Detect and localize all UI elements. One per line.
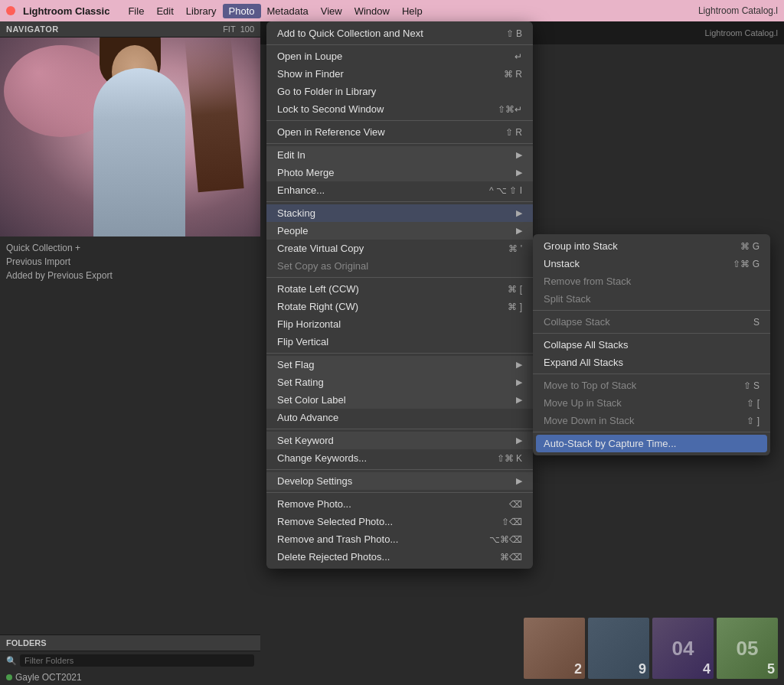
filmstrip-thumb-1[interactable]: 2: [524, 618, 585, 679]
menu-show-finder-label: Show in Finder: [277, 68, 344, 80]
separator-1: [266, 44, 533, 45]
menu-create-virtual-copy[interactable]: Create Virtual Copy ⌘ ': [266, 240, 533, 257]
menu-delete-rejected[interactable]: Delete Rejected Photos... ⌘⌫: [266, 548, 533, 566]
menu-set-keyword[interactable]: Set Keyword ▶: [266, 432, 533, 449]
left-panel: Navigator FIT 100 Quick Collection + Pre…: [0, 21, 260, 685]
menu-develop-settings-label: Develop Settings: [277, 475, 352, 487]
menu-add-quick-collection-label: Add to Quick Collection and Next: [277, 28, 423, 39]
filmstrip-thumb-2[interactable]: 9: [588, 618, 649, 679]
menu-open-reference[interactable]: Open in Reference View ⇧ R: [266, 123, 533, 141]
menu-window[interactable]: Window: [348, 4, 396, 18]
submenu-separator-1: [533, 310, 770, 311]
develop-settings-arrow-icon: ▶: [516, 476, 522, 486]
menu-auto-advance-label: Auto Advance: [277, 412, 338, 423]
menu-stacking[interactable]: Stacking ▶: [266, 204, 533, 222]
set-rating-arrow-icon: ▶: [516, 377, 522, 387]
menu-change-keywords[interactable]: Change Keywords... ⇧⌘ K: [266, 449, 533, 467]
photo-merge-arrow-icon: ▶: [516, 168, 522, 178]
menu-rotate-right-shortcut: ⌘ ]: [508, 302, 522, 312]
menu-remove-selected-shortcut: ⇧⌫: [501, 517, 522, 527]
menu-photo-merge-label: Photo Merge: [277, 167, 334, 178]
menu-open-loupe-shortcut: ↵: [514, 51, 522, 62]
menu-delete-rejected-shortcut: ⌘⌫: [500, 552, 522, 563]
submenu-separator-3: [533, 373, 770, 374]
quick-collection-item[interactable]: Quick Collection +: [6, 241, 254, 255]
menu-show-finder[interactable]: Show in Finder ⌘ R: [266, 65, 533, 83]
folder-color-dot: [6, 674, 12, 680]
search-icon: 🔍: [6, 656, 17, 666]
submenu-auto-stack-label: Auto-Stack by Capture Time...: [544, 438, 676, 449]
menu-rotate-left-shortcut: ⌘ [: [508, 284, 522, 295]
app-name: Lightroom Classic: [23, 5, 109, 17]
filmstrip-thumb-3[interactable]: 4 04: [652, 618, 714, 679]
previous-import-item[interactable]: Previous Import: [6, 255, 254, 269]
menu-view[interactable]: View: [315, 4, 348, 18]
submenu-group-into-stack[interactable]: Group into Stack ⌘ G: [533, 237, 770, 255]
menu-rotate-left[interactable]: Rotate Left (CCW) ⌘ [: [266, 280, 533, 298]
menu-auto-advance[interactable]: Auto Advance: [266, 409, 533, 426]
filmstrip-thumb-4[interactable]: 5 05: [717, 618, 778, 679]
people-arrow-icon: ▶: [516, 226, 522, 236]
submenu-auto-stack[interactable]: Auto-Stack by Capture Time...: [536, 435, 767, 452]
menu-set-copy-as-original-label: Set Copy as Original: [277, 260, 368, 272]
menu-help[interactable]: Help: [396, 4, 429, 18]
menu-enhance[interactable]: Enhance... ^ ⌥ ⇧ I: [266, 181, 533, 199]
menu-add-quick-collection[interactable]: Add to Quick Collection and Next ⇧ B: [266, 24, 533, 42]
submenu-expand-all-stacks[interactable]: Expand All Stacks: [533, 354, 770, 371]
nav-photo-background: [0, 38, 260, 236]
menu-flip-horizontal[interactable]: Flip Horizontal: [266, 315, 533, 333]
menu-set-rating[interactable]: Set Rating ▶: [266, 373, 533, 391]
menu-file[interactable]: File: [122, 4, 150, 18]
menu-remove-photo[interactable]: Remove Photo... ⌫: [266, 495, 533, 513]
separator-4: [266, 201, 533, 202]
menu-remove-selected[interactable]: Remove Selected Photo... ⇧⌫: [266, 513, 533, 530]
submenu-expand-all-stacks-label: Expand All Stacks: [544, 357, 623, 368]
nav-photo-tree: [185, 38, 243, 192]
menu-set-color-label-label: Set Color Label: [277, 394, 346, 406]
submenu-collapse-all-stacks[interactable]: Collapse All Stacks: [533, 336, 770, 354]
menu-metadata[interactable]: Metadata: [261, 4, 315, 18]
menu-develop-settings[interactable]: Develop Settings ▶: [266, 472, 533, 490]
traffic-lights: [6, 6, 15, 15]
menu-lock-second-window[interactable]: Lock to Second Window ⇧⌘↵: [266, 100, 533, 118]
menu-set-color-label[interactable]: Set Color Label ▶: [266, 391, 533, 409]
menu-flip-vertical[interactable]: Flip Vertical: [266, 333, 533, 351]
filter-folders-input[interactable]: [20, 654, 254, 667]
menu-enhance-label: Enhance...: [277, 184, 325, 196]
menu-photo-merge[interactable]: Photo Merge ▶: [266, 164, 533, 181]
zoom-control[interactable]: 100: [240, 24, 254, 34]
menu-edit-in[interactable]: Edit In ▶: [266, 146, 533, 164]
catalog-name: Lightroom Catalog.l: [705, 28, 778, 38]
menu-edit[interactable]: Edit: [150, 4, 179, 18]
menu-show-finder-shortcut: ⌘ R: [504, 69, 522, 80]
menu-set-flag[interactable]: Set Flag ▶: [266, 356, 533, 373]
menu-remove-photo-shortcut: ⌫: [509, 499, 522, 510]
filter-wrapper: 🔍: [0, 651, 260, 670]
submenu-unstack[interactable]: Unstack ⇧⌘ G: [533, 255, 770, 272]
added-by-export-item: Added by Previous Export: [6, 269, 254, 282]
close-button[interactable]: [6, 6, 15, 15]
menu-set-flag-label: Set Flag: [277, 359, 314, 370]
submenu-move-to-top-label: Move to Top of Stack: [544, 380, 636, 391]
submenu-collapse-stack-label: Collapse Stack: [544, 316, 610, 328]
menu-add-quick-collection-shortcut: ⇧ B: [506, 28, 522, 39]
thumb-num-3: 04: [672, 637, 694, 661]
menu-open-loupe[interactable]: Open in Loupe ↵: [266, 47, 533, 65]
menu-remove-trash[interactable]: Remove and Trash Photo... ⌥⌘⌫: [266, 530, 533, 548]
set-color-label-arrow-icon: ▶: [516, 395, 522, 405]
submenu-remove-from-stack: Remove from Stack: [533, 272, 770, 290]
menu-photo[interactable]: Photo: [223, 4, 261, 18]
menu-rotate-right-label: Rotate Right (CW): [277, 301, 358, 312]
submenu-collapse-all-stacks-label: Collapse All Stacks: [544, 339, 629, 351]
menu-library[interactable]: Library: [180, 4, 223, 18]
navigator-photo: [0, 38, 260, 236]
fit-control[interactable]: FIT: [223, 24, 236, 34]
menu-people[interactable]: People ▶: [266, 222, 533, 240]
menu-remove-photo-label: Remove Photo...: [277, 498, 351, 510]
folder-item-gayle[interactable]: Gayle OCT2021: [0, 670, 260, 685]
menu-rotate-right[interactable]: Rotate Right (CW) ⌘ ]: [266, 298, 533, 315]
menu-flip-horizontal-label: Flip Horizontal: [277, 318, 341, 330]
menu-go-to-folder[interactable]: Go to Folder in Library: [266, 83, 533, 100]
menu-create-virtual-copy-shortcut: ⌘ ': [508, 243, 522, 254]
separator-6: [266, 353, 533, 354]
